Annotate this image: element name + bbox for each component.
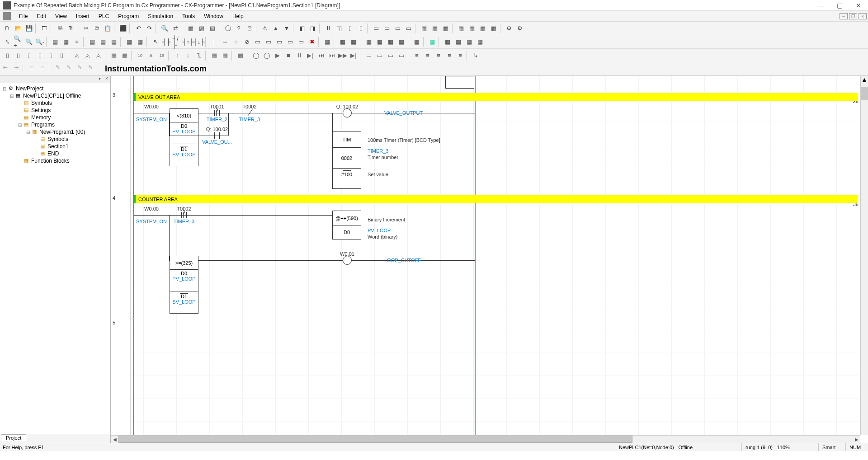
tool-icon[interactable]: ▭ — [375, 51, 385, 61]
skip-next-icon[interactable]: ▶| — [305, 51, 315, 61]
open-icon[interactable]: 📂 — [13, 23, 23, 33]
tool-icon[interactable]: ▨ — [197, 23, 207, 33]
project-tree[interactable]: ⊟⚙NewProject ⊟▦NewPLC1[CP1L] Offline ▤Sy… — [0, 83, 110, 434]
view-icon[interactable]: ▦ — [124, 37, 134, 47]
tree-fb[interactable]: Function Blocks — [31, 158, 70, 164]
delete-x-icon[interactable]: ✖ — [307, 37, 317, 47]
tool-icon[interactable]: ◨ — [308, 23, 318, 33]
tool-icon[interactable]: ⚙ — [515, 23, 525, 33]
new-icon[interactable]: 🗋 — [2, 23, 12, 33]
info-icon[interactable]: ⓘ — [223, 23, 233, 33]
tool-icon[interactable]: ▯ — [356, 23, 366, 33]
tool-icon[interactable]: ▦ — [396, 37, 406, 47]
tool-icon[interactable]: ▯ — [345, 23, 355, 33]
view-icon[interactable]: ▤ — [98, 37, 108, 47]
tree-pin-icon[interactable]: ▾ — [96, 76, 103, 83]
align-icon[interactable]: ≣ — [27, 64, 37, 74]
tool-icon[interactable]: ▦ — [456, 23, 466, 33]
contact-nc-icon[interactable]: ┤/├ — [172, 37, 182, 47]
view-icon[interactable]: ≡ — [72, 37, 82, 47]
menu-edit[interactable]: Edit — [32, 13, 51, 19]
view-icon[interactable]: ▤ — [109, 37, 119, 47]
tool-icon[interactable]: ▦ — [220, 51, 230, 61]
tool-icon[interactable]: ▭ — [364, 51, 374, 61]
tool-icon[interactable]: ◬ — [72, 51, 82, 61]
func-icon[interactable]: ▭ — [296, 37, 306, 47]
vertical-scrollbar[interactable]: ▲ — [860, 76, 868, 435]
tool-icon[interactable]: ▦ — [364, 37, 374, 47]
tool-icon[interactable]: ◬ — [83, 51, 93, 61]
tool-icon[interactable]: ↓ — [183, 51, 193, 61]
redo-icon[interactable]: ↷ — [144, 23, 154, 33]
tool-icon[interactable]: ◧ — [297, 23, 307, 33]
contact-diff-icon[interactable]: ┤↓├ — [194, 37, 204, 47]
menu-view[interactable]: View — [51, 13, 71, 19]
contact-no-icon[interactable]: ┤├ — [161, 37, 171, 47]
func-icon[interactable]: ▭ — [285, 37, 295, 47]
tool-icon[interactable]: ≡ — [434, 51, 443, 61]
tool-icon[interactable]: ▦ — [467, 23, 477, 33]
tool-icon[interactable]: ▦ — [209, 51, 219, 61]
pause-icon[interactable]: ⏸ — [294, 51, 304, 61]
tool-icon[interactable]: ✎ — [53, 64, 63, 74]
tool-icon[interactable]: ▦ — [236, 51, 245, 61]
tool-icon[interactable]: ↑ — [172, 51, 182, 61]
cut-icon[interactable]: ✂ — [81, 23, 91, 33]
ladder-diagram[interactable]: 3 26 VALVE OUT AREA W0.00 SYSTEM_ON <(31… — [111, 76, 868, 443]
increment-block[interactable]: @++(590) D0 — [332, 211, 361, 239]
menu-simulation[interactable]: Simulation — [143, 13, 178, 19]
line-h-icon[interactable]: ─ — [220, 37, 230, 47]
page-icon[interactable]: 🗎 — [66, 23, 75, 33]
tool-icon[interactable]: ▲ — [271, 23, 281, 33]
tool-icon[interactable]: ⇅ — [194, 51, 204, 61]
outdent-icon[interactable]: ⇤ — [0, 64, 10, 74]
tool-icon[interactable]: ▦ — [186, 23, 196, 33]
skip-end-icon[interactable]: ▶| — [349, 51, 359, 61]
tool-icon[interactable]: ▭ — [386, 51, 396, 61]
step-icon[interactable]: ⏭ — [316, 51, 326, 61]
view-icon[interactable]: ▦ — [135, 37, 145, 47]
tree-item[interactable]: Symbols — [31, 100, 52, 106]
tool-icon[interactable]: ✎ — [64, 64, 74, 74]
tool-icon[interactable]: ▦ — [386, 37, 396, 47]
tool-icon[interactable]: ▦ — [375, 37, 385, 47]
find-icon[interactable]: 🔍 — [160, 23, 170, 33]
horizontal-scrollbar[interactable]: ◀▶ — [111, 435, 860, 443]
tool-icon[interactable]: ▦ — [441, 23, 451, 33]
zoom-fit-icon[interactable]: 🔍- — [35, 37, 45, 47]
tool-icon[interactable]: ▦ — [412, 37, 422, 47]
play-icon[interactable]: ▶ — [273, 51, 283, 61]
menu-file[interactable]: File — [14, 13, 32, 19]
tree-root[interactable]: NewProject — [16, 85, 43, 92]
tool-icon[interactable]: ✎ — [75, 64, 85, 74]
tree-prog[interactable]: NewProgram1 (00) — [39, 129, 85, 135]
menu-program[interactable]: Program — [113, 13, 143, 19]
tool-icon[interactable]: ▭ — [404, 23, 414, 33]
contact-no[interactable] — [211, 132, 223, 139]
tool-icon[interactable]: ✎ — [85, 64, 95, 74]
tool-icon[interactable]: ▭ — [382, 23, 392, 33]
output-coil[interactable] — [343, 256, 352, 265]
tool-icon[interactable]: 10 — [135, 51, 145, 61]
menu-tools[interactable]: Tools — [178, 13, 199, 19]
tool-icon[interactable]: ▭ — [393, 23, 403, 33]
save-icon[interactable]: 💾 — [24, 23, 34, 33]
contact-no[interactable] — [146, 110, 157, 116]
tool-icon[interactable]: ▦ — [453, 37, 463, 47]
tool-icon[interactable]: Ȧ — [146, 51, 156, 61]
tool-icon[interactable]: ▦ — [349, 37, 359, 47]
pause-icon[interactable]: ⏸ — [323, 23, 333, 33]
tool-icon[interactable]: ≡ — [455, 51, 465, 61]
tool-icon[interactable]: ▯ — [57, 51, 66, 61]
tool-icon[interactable]: ▯ — [13, 51, 23, 61]
output-coil[interactable] — [343, 108, 352, 117]
contact-diff-up[interactable] — [211, 110, 223, 116]
tool-icon[interactable]: ▦ — [443, 37, 453, 47]
tool-icon[interactable]: ▦ — [109, 51, 119, 61]
menu-help[interactable]: Help — [228, 13, 248, 19]
tool-icon[interactable]: ⚙ — [504, 23, 514, 33]
tool-icon[interactable]: ▯ — [35, 51, 45, 61]
tree-item[interactable]: Symbols — [47, 136, 68, 142]
replace-icon[interactable]: ⇄ — [170, 23, 180, 33]
view-icon[interactable]: ▤ — [87, 37, 97, 47]
